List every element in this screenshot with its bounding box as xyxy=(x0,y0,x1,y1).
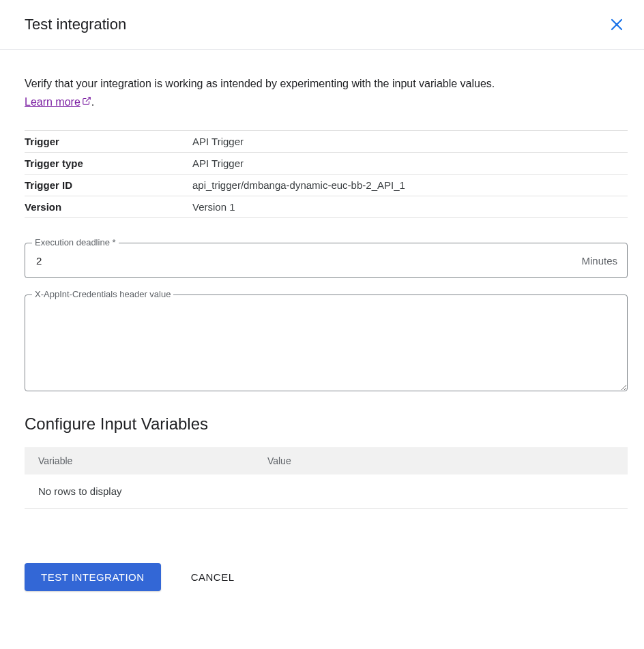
column-value: Value xyxy=(254,447,628,474)
dialog-content: Verify that your integration is working … xyxy=(0,50,644,607)
cancel-button[interactable]: Cancel xyxy=(186,563,240,591)
trigger-id-label: Trigger ID xyxy=(25,175,192,196)
trigger-type-value: API Trigger xyxy=(192,153,628,175)
trigger-label: Trigger xyxy=(25,131,192,153)
dialog-actions: Test Integration Cancel xyxy=(25,563,628,591)
execution-deadline-suffix: Minutes xyxy=(581,255,617,267)
credentials-label: X-AppInt-Credentials header value xyxy=(32,289,173,299)
table-row: No rows to display xyxy=(25,474,628,509)
table-row: Trigger ID api_trigger/dmbanga-dynamic-e… xyxy=(25,175,628,196)
execution-deadline-label: Execution deadline * xyxy=(32,237,119,247)
dialog-title: Test integration xyxy=(25,16,126,33)
input-variables-table: Variable Value No rows to display xyxy=(25,447,628,509)
learn-more-label: Learn more xyxy=(25,96,80,108)
column-variable: Variable xyxy=(25,447,254,474)
configure-input-heading: Configure Input Variables xyxy=(25,414,628,434)
description-prefix: Verify that your integration is working … xyxy=(25,78,495,89)
execution-deadline-field: Execution deadline * Minutes xyxy=(25,243,628,278)
dialog-header: Test integration xyxy=(0,0,644,50)
table-row: Trigger API Trigger xyxy=(25,131,628,153)
table-row: Trigger type API Trigger xyxy=(25,153,628,175)
trigger-info-table: Trigger API Trigger Trigger type API Tri… xyxy=(25,130,628,218)
empty-rows-text: No rows to display xyxy=(25,474,628,509)
execution-deadline-input[interactable] xyxy=(35,254,581,267)
description-suffix: . xyxy=(91,96,94,108)
trigger-type-label: Trigger type xyxy=(25,153,192,175)
test-integration-button[interactable]: Test Integration xyxy=(25,563,161,591)
close-icon xyxy=(609,16,625,33)
table-row: Version Version 1 xyxy=(25,196,628,218)
trigger-value: API Trigger xyxy=(192,131,628,153)
trigger-id-value: api_trigger/dmbanga-dynamic-euc-bb-2_API… xyxy=(192,175,628,196)
version-value: Version 1 xyxy=(192,196,628,218)
credentials-field: X-AppInt-Credentials header value xyxy=(25,295,628,391)
svg-line-2 xyxy=(86,97,90,102)
learn-more-link[interactable]: Learn more xyxy=(25,96,91,108)
version-label: Version xyxy=(25,196,192,218)
close-button[interactable] xyxy=(606,14,628,35)
description-text: Verify that your integration is working … xyxy=(25,74,516,111)
external-link-icon xyxy=(82,96,91,106)
credentials-textarea[interactable] xyxy=(25,295,627,391)
